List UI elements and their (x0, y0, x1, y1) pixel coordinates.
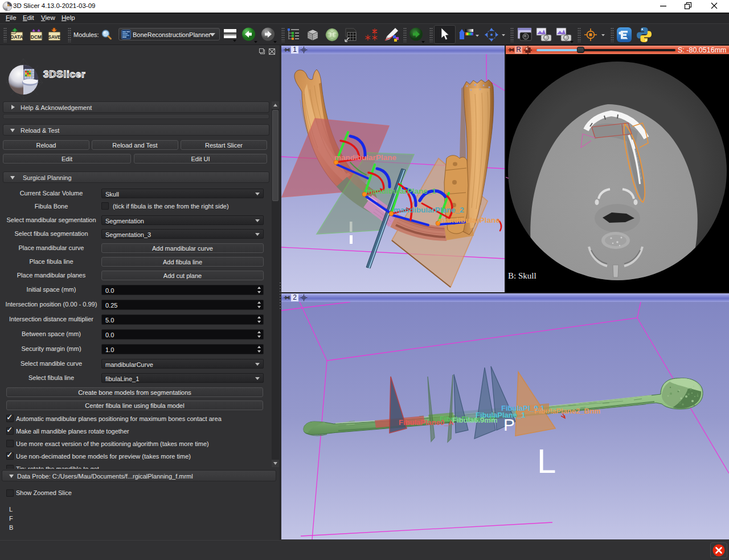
svg-text:DCM: DCM (31, 34, 42, 40)
svg-text:mandibularPlane_1: mandibularPlane_1 (366, 187, 436, 195)
svg-text:SAVE: SAVE (48, 34, 61, 40)
svg-text:FibulaPlane2_Bnm: FibulaPlane2_Bnm (534, 407, 600, 415)
svg-text:P: P (503, 415, 515, 434)
svg-text:B: Skull: B: Skull (508, 271, 536, 280)
svg-text:mandibularPlane: mandibularPlane (438, 216, 500, 224)
svg-text:mandibularPlane_2: mandibularPlane_2 (394, 206, 464, 214)
svg-text:L: L (537, 442, 556, 480)
svg-text:DATA: DATA (10, 34, 23, 40)
svg-text:mandibularPlane: mandibularPlane (334, 153, 396, 162)
